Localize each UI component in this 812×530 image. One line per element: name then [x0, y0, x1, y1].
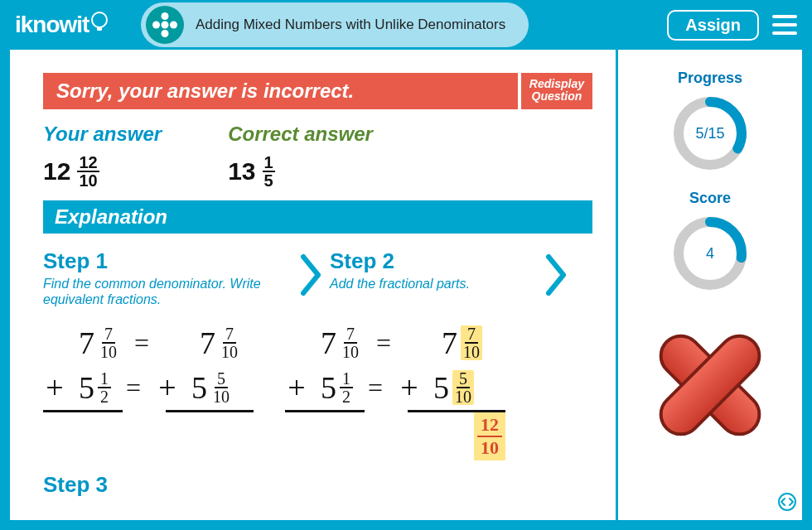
work-line: 7 710 = 7 710	[285, 320, 505, 365]
logo[interactable]: iknowit	[15, 5, 129, 45]
steps-row: Step 1 Find the common denominator. Writ…	[43, 248, 592, 307]
work-row: 7 710 = 7 710 + 5 12 = + 5 510	[43, 320, 592, 460]
highlight-fraction: 510	[452, 370, 474, 405]
work-line: + 5 12 = + 5 510	[285, 365, 505, 410]
step-1-title: Step 1	[43, 248, 292, 274]
correct-answer-value: 13 1 5	[228, 154, 275, 189]
svg-rect-1	[97, 26, 102, 31]
svg-point-0	[92, 12, 107, 27]
progress-ring: 5/15	[669, 92, 752, 175]
incorrect-x-icon	[640, 315, 781, 455]
redisplay-question-button[interactable]: Redisplay Question	[521, 73, 592, 109]
fullscreen-icon[interactable]	[777, 492, 797, 515]
score-value: 4	[669, 212, 752, 295]
work-rule	[43, 410, 254, 412]
highlight-fraction: 710	[461, 325, 482, 360]
work-line: + 5 12 = + 5 510	[43, 365, 254, 410]
top-right-controls: Assign	[667, 10, 797, 41]
step-2: Step 2 Add the fractional parts.	[330, 248, 537, 307]
redisplay-line1: Redisplay	[529, 78, 584, 90]
correct-answer-whole: 13	[228, 157, 255, 186]
your-answer-fraction: 12 10	[77, 154, 99, 189]
work-line: 7 710 = 7 710	[43, 320, 254, 365]
progress-value: 5/15	[669, 92, 752, 175]
step-3-title: Step 3	[43, 472, 592, 498]
your-answer-block: Your answer 12 12 10	[43, 123, 162, 189]
app-frame: iknowit Adding Mixed Numbers with Unlike…	[0, 0, 812, 530]
redisplay-line2: Question	[529, 90, 584, 103]
step-1-subtitle: Find the common denominator. Write equiv…	[43, 276, 292, 307]
logo-label: iknowit	[15, 12, 89, 38]
main-panel: Sorry, your answer is incorrect. Redispl…	[10, 50, 616, 520]
score-label: Score	[689, 190, 731, 207]
step-1-work: 7 710 = 7 710 + 5 12 = + 5 510	[43, 320, 254, 460]
work-sum-row: 12 10	[285, 412, 505, 460]
answers-row: Your answer 12 12 10 Correct answer 13	[43, 123, 592, 189]
feedback-row: Sorry, your answer is incorrect. Redispl…	[43, 73, 592, 109]
step-2-subtitle: Add the fractional parts.	[330, 276, 537, 292]
your-answer-label: Your answer	[43, 123, 162, 146]
step-1: Step 1 Find the common denominator. Writ…	[43, 248, 292, 307]
score-ring: 4	[669, 212, 752, 295]
chevron-right-icon	[545, 253, 567, 300]
content-area: Sorry, your answer is incorrect. Redispl…	[10, 50, 802, 520]
correct-answer-block: Correct answer 13 1 5	[228, 123, 373, 189]
feedback-message: Sorry, your answer is incorrect.	[43, 73, 518, 109]
explanation-heading: Explanation	[43, 200, 592, 234]
sum-fraction: 12 10	[474, 412, 505, 460]
step-2-work: 7 710 = 7 710 + 5 12 = + 5 510	[285, 320, 505, 460]
lightbulb-icon	[90, 11, 109, 40]
menu-icon[interactable]	[772, 15, 797, 35]
lesson-title-pill: Adding Mixed Numbers with Unlike Denomin…	[141, 2, 529, 47]
lesson-icon	[146, 6, 184, 44]
chevron-right-icon	[300, 253, 321, 300]
lesson-title: Adding Mixed Numbers with Unlike Denomin…	[196, 17, 505, 33]
sidebar: Progress 5/15 Score 4	[616, 50, 802, 520]
correct-answer-fraction: 1 5	[263, 154, 275, 189]
correct-answer-label: Correct answer	[228, 123, 373, 146]
your-answer-whole: 12	[43, 157, 70, 186]
your-answer-value: 12 12 10	[43, 154, 99, 189]
logo-text: iknowit	[15, 11, 109, 40]
assign-button[interactable]: Assign	[667, 10, 759, 41]
top-bar: iknowit Adding Mixed Numbers with Unlike…	[0, 0, 812, 50]
work-rule	[285, 410, 505, 412]
progress-label: Progress	[678, 70, 742, 87]
step-2-title: Step 2	[330, 248, 537, 274]
